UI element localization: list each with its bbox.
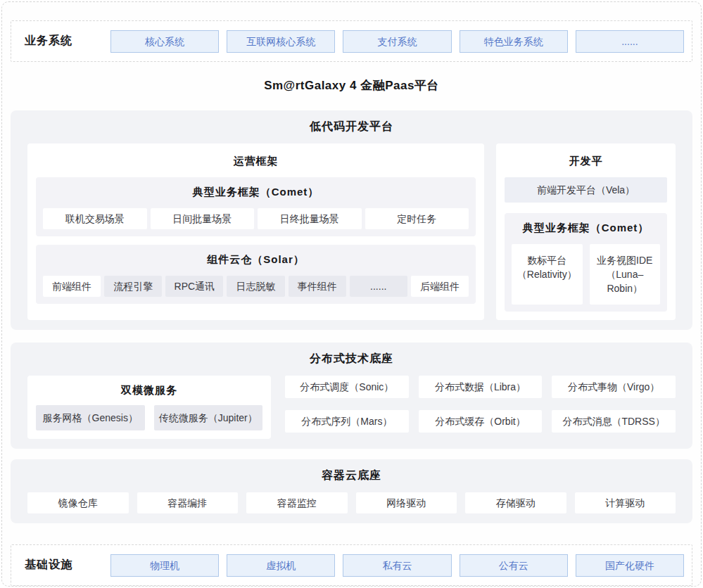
business-system-core[interactable]: 核心系统: [110, 30, 219, 53]
jupiter-chip[interactable]: 传统微服务（Jupiter）: [154, 405, 263, 430]
genesis-chip[interactable]: 服务网格（Genesis）: [36, 405, 145, 430]
distributed-section-title: 分布式技术底座: [27, 352, 676, 366]
page-frame: 业务系统 核心系统 互联网核心系统 支付系统 特色业务系统 ...... Sm@…: [1, 1, 702, 587]
image-registry-chip[interactable]: 镜像仓库: [27, 492, 129, 513]
comet-item-daytime-batch[interactable]: 日间批量场景: [151, 208, 255, 229]
business-systems-label: 业务系统: [25, 34, 89, 49]
compute-driver-chip[interactable]: 计算驱动: [575, 492, 676, 513]
luna-robin-chip-line2: （Luna–Robin）: [591, 267, 659, 295]
operation-framework-title: 运营框架: [36, 155, 476, 168]
mars-chip[interactable]: 分布式序列（Mars）: [285, 410, 409, 433]
business-system-payment[interactable]: 支付系统: [343, 30, 451, 53]
operation-framework-box: 运营框架 典型业务框架（Comet） 联机交易场景 日间批量场景 日终批量场景 …: [27, 143, 484, 320]
solar-title: 组件云仓（Solar）: [43, 253, 469, 267]
business-system-special[interactable]: 特色业务系统: [460, 30, 568, 53]
solar-item-process-engine[interactable]: 流程引擎: [104, 276, 162, 297]
business-system-internet-core[interactable]: 互联网核心系统: [227, 30, 335, 53]
infrastructure-label: 基础设施: [25, 558, 89, 573]
infra-domestic-hardware[interactable]: 国产化硬件: [576, 554, 684, 577]
libra-chip[interactable]: 分布式数据（Libra）: [419, 376, 543, 398]
solar-item-frontend[interactable]: 前端组件: [43, 276, 101, 297]
orbit-chip[interactable]: 分布式缓存（Orbit）: [419, 410, 543, 433]
comet-framework-title: 典型业务框架（Comet）: [43, 186, 469, 199]
comet-item-endofday-batch[interactable]: 日终批量场景: [258, 208, 362, 229]
comet-framework-box: 典型业务框架（Comet） 联机交易场景 日间批量场景 日终批量场景 定时任务: [36, 177, 476, 236]
solar-item-rpc[interactable]: RPC通讯: [165, 276, 223, 297]
solar-item-event[interactable]: 事件组件: [289, 276, 346, 297]
luna-robin-chip[interactable]: 业务视图IDE （Luna–Robin）: [590, 244, 661, 305]
relativity-chip-line2: （Relativity）: [513, 267, 581, 281]
distributed-section: 分布式技术底座 双模微服务 服务网格（Genesis） 传统微服务（Jupite…: [11, 343, 692, 449]
container-orchestration-chip[interactable]: 容器编排: [137, 492, 239, 513]
container-cloud-title: 容器云底座: [27, 468, 676, 483]
infra-physical-machine[interactable]: 物理机: [110, 554, 219, 577]
business-system-more[interactable]: ......: [576, 30, 684, 53]
luna-robin-chip-line1: 业务视图IDE: [591, 253, 659, 267]
relativity-chip[interactable]: 数标平台 （Relativity）: [512, 244, 583, 305]
infra-virtual-machine[interactable]: 虚拟机: [227, 554, 335, 577]
infra-private-cloud[interactable]: 私有云: [343, 554, 451, 577]
dev-platform-box: 开发平 前端开发平台（Vela） 典型业务框架（Comet） 数标平台 （Rel…: [496, 143, 676, 320]
infra-public-cloud[interactable]: 公有云: [460, 554, 568, 577]
dual-mode-title: 双模微服务: [36, 384, 262, 397]
vela-platform-chip[interactable]: 前端开发平台（Vela）: [505, 177, 667, 203]
container-cloud-section: 容器云底座 镜像仓库 容器编排 容器监控 网络驱动 存储驱动 计算驱动: [11, 459, 692, 523]
dev-comet-box: 典型业务框架（Comet） 数标平台 （Relativity） 业务视图IDE …: [505, 213, 667, 312]
network-driver-chip[interactable]: 网络驱动: [356, 492, 457, 513]
solar-box: 组件云仓（Solar） 前端组件 流程引擎 RPC通讯 日志脱敏 事件组件 ..…: [36, 245, 476, 304]
container-monitoring-chip[interactable]: 容器监控: [246, 492, 348, 513]
infrastructure-row: 基础设施 物理机 虚拟机 私有云 公有云 国产化硬件: [11, 544, 692, 586]
comet-item-online-trade[interactable]: 联机交易场景: [43, 208, 147, 229]
dual-mode-box: 双模微服务 服务网格（Genesis） 传统微服务（Jupiter）: [27, 376, 271, 439]
lowcode-section: 低代码开发平台 运营框架 典型业务框架（Comet） 联机交易场景 日间批量场景…: [11, 110, 692, 330]
relativity-chip-line1: 数标平台: [513, 253, 581, 267]
sonic-chip[interactable]: 分布式调度（Sonic）: [285, 376, 409, 398]
virgo-chip[interactable]: 分布式事物（Virgo）: [552, 376, 676, 398]
storage-driver-chip[interactable]: 存储驱动: [465, 492, 566, 513]
solar-item-log-masking[interactable]: 日志脱敏: [227, 276, 284, 297]
page-title: Sm@rtGalaxy 4 金融Paas平台: [11, 77, 692, 94]
comet-item-timed-task[interactable]: 定时任务: [365, 208, 469, 229]
business-systems-row: 业务系统 核心系统 互联网核心系统 支付系统 特色业务系统 ......: [11, 20, 692, 62]
lowcode-section-title: 低代码开发平台: [27, 120, 676, 134]
solar-item-backend[interactable]: 后端组件: [411, 276, 469, 297]
dev-comet-title: 典型业务框架（Comet）: [512, 222, 660, 235]
distributed-services-grid: 分布式调度（Sonic） 分布式数据（Libra） 分布式事物（Virgo） 分…: [285, 376, 676, 433]
dev-platform-title: 开发平: [505, 155, 667, 168]
tdrss-chip[interactable]: 分布式消息（TDRSS）: [552, 410, 676, 433]
solar-item-more[interactable]: ......: [350, 276, 407, 297]
